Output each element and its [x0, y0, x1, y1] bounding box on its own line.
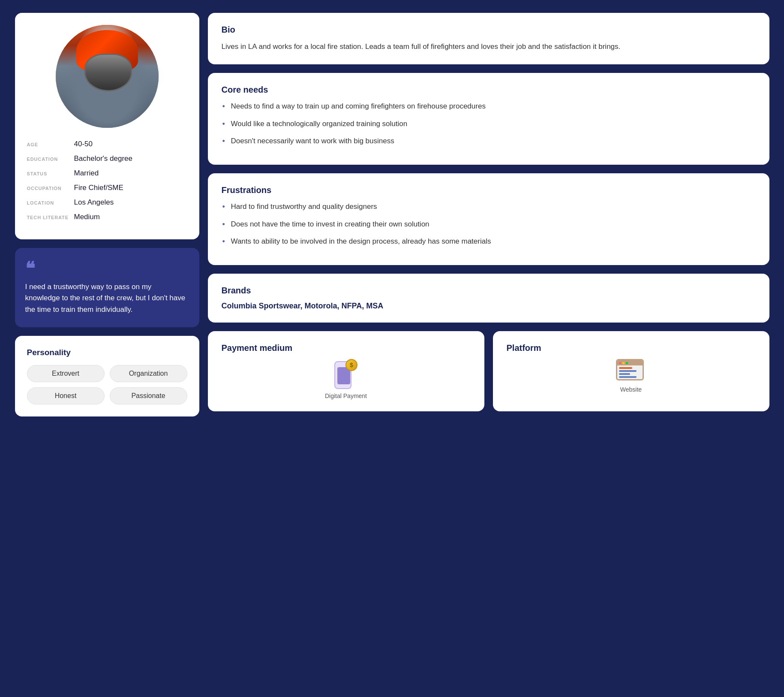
monitor-line-4: [619, 376, 637, 378]
age-row: AGE 40-50: [27, 140, 187, 148]
payment-title: Payment medium: [222, 343, 471, 353]
occupation-value: Fire Chief/SME: [74, 184, 123, 192]
monitor-line-1: [619, 367, 632, 369]
platform-label: Website: [620, 386, 642, 393]
personality-card: Personality Extrovert Organization Hones…: [15, 336, 199, 416]
monitor: [616, 359, 644, 380]
profile-attributes: AGE 40-50 EDUCATION Bachelor's degree ST…: [27, 140, 187, 227]
occupation-row: OCCUPATION Fire Chief/SME: [27, 184, 187, 192]
location-row: LOCATION Los Angeles: [27, 198, 187, 207]
location-value: Los Angeles: [74, 198, 114, 207]
avatar-wrapper: [27, 25, 187, 128]
education-row: EDUCATION Bachelor's degree: [27, 154, 187, 163]
profile-card: AGE 40-50 EDUCATION Bachelor's degree ST…: [15, 13, 199, 239]
core-need-item-3: Doesn't necessarily want to work with bi…: [222, 136, 756, 147]
monitor-line-3: [619, 373, 630, 375]
website-icon: [616, 359, 646, 383]
core-need-item-2: Would like a technologically organized t…: [222, 118, 756, 130]
tag-extrovert: Extrovert: [27, 365, 105, 382]
avatar: [56, 25, 159, 128]
brands-card: Brands Columbia Sportswear, Motorola, NF…: [208, 274, 769, 323]
monitor-content: [617, 365, 643, 380]
bio-card: Bio Lives in LA and works for a local fi…: [208, 13, 769, 64]
education-value: Bachelor's degree: [74, 154, 133, 163]
brands-text: Columbia Sportswear, Motorola, NFPA, MSA: [222, 302, 756, 311]
quote-mark-icon: ❝: [25, 260, 187, 278]
left-column: AGE 40-50 EDUCATION Bachelor's degree ST…: [15, 13, 199, 416]
frustration-item-2: Does not have the time to invest in crea…: [222, 219, 756, 230]
age-value: 40-50: [74, 140, 93, 148]
quote-text: I need a trustworthy way to pass on my k…: [25, 281, 187, 315]
frustrations-list: Hard to find trustworthy and quality des…: [222, 201, 756, 247]
dot-green: [626, 362, 628, 364]
occupation-label: OCCUPATION: [27, 186, 74, 191]
age-label: AGE: [27, 142, 74, 147]
frustration-item-1: Hard to find trustworthy and quality des…: [222, 201, 756, 212]
digital-payment-icon: $: [334, 359, 357, 389]
location-label: LOCATION: [27, 200, 74, 205]
status-row: STATUS Married: [27, 169, 187, 178]
avatar-image: [56, 25, 159, 128]
payment-icon-item: $ Digital Payment: [222, 359, 471, 399]
platform-title: Platform: [507, 343, 756, 353]
tech-label: TECH LITERATE: [27, 215, 74, 220]
bio-text: Lives in LA and works for a local fire s…: [222, 41, 756, 52]
main-grid: AGE 40-50 EDUCATION Bachelor's degree ST…: [15, 13, 769, 434]
coin-icon: $: [345, 359, 357, 371]
payment-label: Digital Payment: [325, 392, 367, 399]
bottom-row: Payment medium $ Digital Payment Platfor…: [208, 331, 769, 411]
bio-title: Bio: [222, 25, 756, 35]
platform-card: Platform: [493, 331, 769, 411]
dot-yellow: [622, 362, 625, 364]
right-column: Bio Lives in LA and works for a local fi…: [208, 13, 769, 416]
personality-title: Personality: [27, 348, 187, 357]
tech-value: Medium: [74, 213, 100, 221]
core-needs-title: Core needs: [222, 85, 756, 95]
education-label: EDUCATION: [27, 157, 74, 162]
core-need-item-1: Needs to find a way to train up and comi…: [222, 101, 756, 112]
status-value: Married: [74, 169, 99, 178]
brands-title: Brands: [222, 286, 756, 296]
personality-tags: Extrovert Organization Honest Passionate: [27, 365, 187, 404]
tag-passionate: Passionate: [110, 387, 187, 404]
monitor-line-2: [619, 370, 637, 372]
tag-honest: Honest: [27, 387, 105, 404]
frustrations-title: Frustrations: [222, 185, 756, 195]
payment-card: Payment medium $ Digital Payment: [208, 331, 484, 411]
frustrations-card: Frustrations Hard to find trustworthy an…: [208, 173, 769, 265]
core-needs-list: Needs to find a way to train up and comi…: [222, 101, 756, 147]
frustration-item-3: Wants to ability to be involved in the d…: [222, 236, 756, 247]
monitor-header: [617, 360, 643, 365]
tech-row: TECH LITERATE Medium: [27, 213, 187, 221]
tag-organization: Organization: [110, 365, 187, 382]
platform-icon-item: Website: [507, 359, 756, 393]
core-needs-card: Core needs Needs to find a way to train …: [208, 73, 769, 165]
status-label: STATUS: [27, 171, 74, 176]
dot-red: [619, 362, 621, 364]
quote-card: ❝ I need a trustworthy way to pass on my…: [15, 248, 199, 327]
